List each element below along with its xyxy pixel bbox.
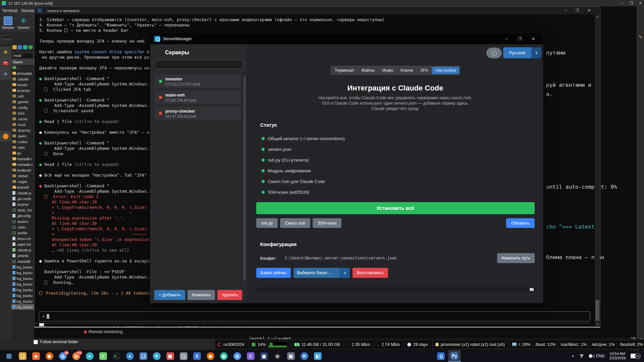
file-row[interactable]: .npm <box>11 144 34 150</box>
backup-now-button[interactable]: Бэкап сейчас <box>256 268 291 278</box>
refresh-button[interactable]: Обновить <box>506 218 534 228</box>
file-row[interactable]: log_backu <box>11 281 34 287</box>
maximize-icon[interactable]: ❐ <box>630 1 633 5</box>
grey-app-icon[interactable]: ▢ <box>177 350 190 362</box>
brave-icon[interactable]: ◆ <box>30 350 42 362</box>
console-titlebar[interactable]: › · запуск и проверка ─ ❐ ✕ <box>35 7 600 14</box>
file-row[interactable]: proxyapis <box>11 70 34 76</box>
file-row[interactable]: .kimi <box>11 110 34 116</box>
start-button[interactable]: ⊞ <box>3 350 15 362</box>
file-row[interactable]: .dotnet <box>11 173 34 179</box>
chip-SSH-ключ[interactable]: SSH-ключ <box>313 218 341 228</box>
console-maximize-icon[interactable]: ❐ <box>576 8 579 13</box>
add-server-button[interactable]: + Добавить <box>154 290 185 300</box>
chrome-icon[interactable]: ◎26 <box>56 350 69 362</box>
file-row[interactable]: .local <box>11 122 34 127</box>
favorites-star-icon[interactable]: ★ <box>0 47 11 57</box>
file-row[interactable]: log_backu <box>11 270 34 276</box>
scrollbar-thumb[interactable] <box>595 300 599 321</box>
folder-app-icon[interactable]: ❏ <box>137 350 150 362</box>
taskbar-clock[interactable]: 10:54 AM 2/23/2026 <box>609 352 626 360</box>
language-indicator[interactable]: ENG <box>596 354 605 358</box>
speaker-icon[interactable] <box>589 355 591 358</box>
file-row[interactable]: mariadb-i <box>11 156 34 162</box>
blue-app-icon[interactable]: S <box>191 350 203 362</box>
sm-maximize-icon[interactable]: ❐ <box>518 37 522 41</box>
file-row[interactable]: .viminfo <box>11 253 34 258</box>
minimize-icon[interactable]: ─ <box>621 1 624 5</box>
sftp-path-input[interactable]: /root/ <box>12 53 34 59</box>
file-row[interactable]: .cache <box>11 116 34 122</box>
console-minimize-icon[interactable]: ─ <box>564 8 567 13</box>
camera-app-icon[interactable]: ▣ <box>284 350 297 362</box>
notification-center[interactable]: 32 <box>631 353 641 359</box>
file-row[interactable]: mariadb-c <box>11 162 34 167</box>
restore-button[interactable]: Восстановить <box>353 268 388 278</box>
tab-Настройка[interactable]: Настройка <box>432 67 460 74</box>
tab-Инфо[interactable]: Инфо <box>379 67 396 74</box>
file-row[interactable]: .gitconfig <box>11 213 34 219</box>
terminal-prompt-input[interactable]: > <box>39 311 590 321</box>
file-row[interactable]: go <box>11 150 34 156</box>
file-row[interactable]: .bash_his <box>11 207 34 213</box>
tab-2FA[interactable]: 2FA <box>417 67 431 74</box>
change-path-button[interactable]: Изменить путь <box>497 253 534 263</box>
scroll-up-icon[interactable]: ▲ <box>595 14 600 19</box>
file-row[interactable]: log_backu <box>11 293 34 298</box>
file-row[interactable]: .mariadb <box>11 258 34 264</box>
upload-icon[interactable] <box>23 45 28 49</box>
close-icon[interactable]: ✕ <box>639 1 642 5</box>
file-row[interactable]: .tmux.cor <box>11 236 34 241</box>
server-search-input[interactable] <box>154 60 244 69</box>
notepad-icon[interactable]: ≡ <box>97 350 109 362</box>
server-item-investor[interactable]: investor173.212.212.157 [ssh] <box>154 74 241 88</box>
file-row[interactable]: .zshrc <box>11 224 34 230</box>
file-row[interactable]: endlessh <box>11 167 34 173</box>
file-row[interactable]: .qwen <box>11 133 34 139</box>
file-row[interactable]: .. <box>11 65 34 70</box>
tab-Файлы[interactable]: Файлы <box>358 67 378 74</box>
file-row[interactable]: log_backu <box>11 264 34 270</box>
folder-up-icon[interactable] <box>12 45 17 49</box>
file-row[interactable]: .di-proxy <box>11 127 34 133</box>
install-all-button[interactable]: Установить всё <box>256 202 535 214</box>
menu-terminal[interactable]: Terminal <box>2 8 17 13</box>
file-row[interactable]: .claude.js <box>11 190 34 196</box>
purple-app-icon[interactable]: C <box>244 350 257 362</box>
remote-monitoring-label[interactable]: Remote monitoring <box>84 329 122 334</box>
obs-icon[interactable]: ◎ <box>271 350 284 362</box>
scroll-down-icon[interactable]: ▼ <box>595 322 600 327</box>
backup-select[interactable]: Выберите бэкап… ∨ <box>293 268 350 278</box>
file-row[interactable]: log_backu <box>11 304 34 310</box>
refresh-icon[interactable] <box>29 45 33 49</box>
file-row[interactable]: log_backu <box>11 298 34 304</box>
servers-button[interactable]: ✳ Servers <box>16 16 31 29</box>
file-row[interactable]: .claude.js <box>11 247 34 253</box>
python-console-icon[interactable]: Py <box>448 350 461 362</box>
hscrollbar-thumb[interactable] <box>530 288 534 291</box>
firefox-2-icon[interactable]: ◉ <box>204 350 217 362</box>
file-row[interactable]: .codex <box>11 139 34 144</box>
pencil-icon[interactable]: ✎ <box>639 35 642 40</box>
file-row[interactable]: .claude <box>11 76 34 82</box>
server-item-main-ovh[interactable]: main-ovh37.187.136.86 [ssh] <box>154 90 241 104</box>
file-row[interactable]: .nuget <box>11 179 34 184</box>
file-explorer-icon[interactable]: ❏ <box>16 350 29 362</box>
sm-minimize-icon[interactable]: ─ <box>505 37 508 41</box>
sm-close-icon[interactable]: ✕ <box>532 37 535 41</box>
network-globe-icon[interactable] <box>0 131 11 141</box>
tab-Терминал[interactable]: Терминал <box>331 67 358 74</box>
chrome-2-icon[interactable]: ◎ <box>231 350 244 362</box>
telegram-icon[interactable]: ✈ <box>150 350 163 362</box>
quick-tool-icon[interactable]: Q <box>435 350 447 362</box>
navy-app-icon[interactable]: ▦ <box>258 350 270 362</box>
follow-terminal-folder[interactable]: Follow terminal folder <box>34 340 78 344</box>
edit-server-button[interactable]: Изменить <box>187 290 215 300</box>
server-list-scrollbar[interactable] <box>244 76 246 281</box>
session-button[interactable]: Session <box>1 16 15 29</box>
checkbox-icon[interactable] <box>34 340 38 344</box>
teal-app-icon[interactable]: ● <box>83 350 96 362</box>
tools-knife-icon[interactable] <box>0 58 11 68</box>
sessions-plane-icon[interactable]: ✈ <box>0 69 11 79</box>
chip-ssh.py[interactable]: ssh.py <box>256 218 278 228</box>
